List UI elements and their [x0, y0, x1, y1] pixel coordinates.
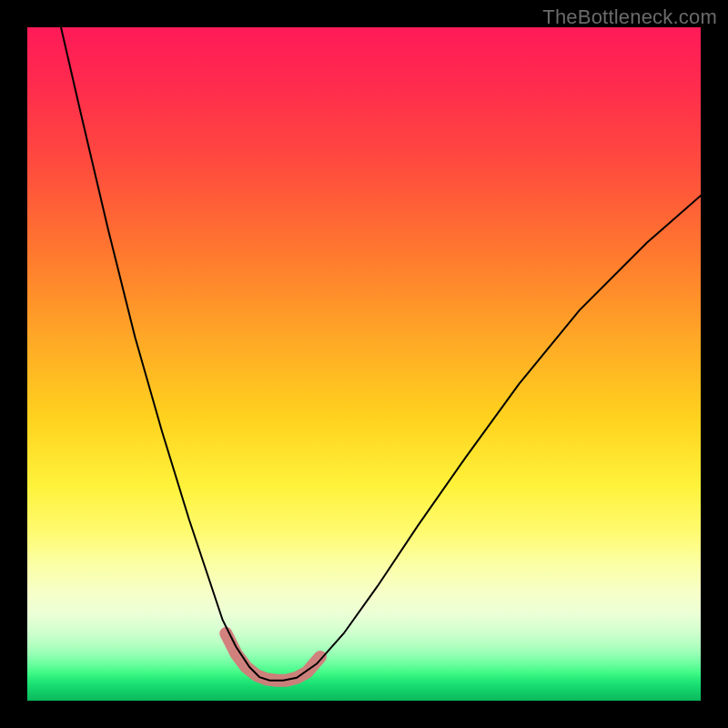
chart-frame: TheBottleneck.com: [0, 0, 728, 728]
highlight-min-region: [226, 633, 320, 681]
plot-area: [27, 27, 701, 701]
bottleneck-curve: [61, 27, 701, 681]
watermark-text: TheBottleneck.com: [542, 5, 717, 29]
chart-svg: [27, 27, 701, 701]
